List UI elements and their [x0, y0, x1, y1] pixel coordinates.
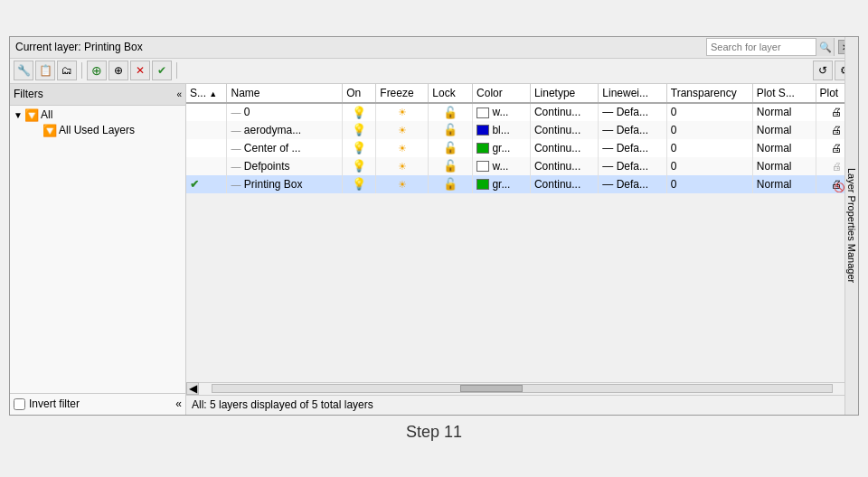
sun-icon[interactable]: ☀ — [398, 179, 407, 190]
lock-icon[interactable]: 🔓 — [443, 106, 458, 119]
invert-filter-checkbox[interactable] — [14, 398, 25, 410]
print-icon[interactable]: 🖨 — [831, 142, 842, 154]
no-print-icon[interactable]: 🖨🚫 — [831, 178, 842, 191]
cell-freeze[interactable]: ☀ — [376, 139, 429, 157]
cell-freeze[interactable]: ☀ — [376, 121, 429, 139]
cell-transparency: 0 — [666, 157, 752, 175]
new-layer-vp-button[interactable]: ⊕ — [108, 61, 128, 80]
cell-color[interactable]: bl... — [473, 121, 531, 139]
filter-icon-2: 🔽 — [42, 124, 57, 137]
lock-icon[interactable]: 🔓 — [443, 123, 458, 136]
col-transparency[interactable]: Transparency — [666, 84, 752, 103]
tree-item-all-used[interactable]: 🔽 All Used Layers — [12, 123, 184, 138]
sidebar-collapse-button[interactable]: « — [176, 89, 182, 99]
layer-state-manager-button[interactable]: 🔧 — [14, 61, 33, 80]
cell-lineweight: — Defa... — [599, 175, 666, 193]
cell-on[interactable]: 💡 — [343, 103, 376, 121]
new-properties-filter-button[interactable]: 📋 — [35, 61, 55, 80]
col-on[interactable]: On — [343, 84, 376, 103]
sun-icon[interactable]: ☀ — [398, 143, 407, 154]
expand-icon: ▼ — [14, 110, 23, 120]
lock-icon[interactable]: 🔓 — [443, 141, 458, 154]
cell-lock[interactable]: 🔓 — [429, 175, 473, 193]
cell-color[interactable]: gr... — [473, 175, 531, 193]
new-layer-button[interactable]: ⊕ — [87, 61, 107, 80]
lock-icon[interactable]: 🔓 — [443, 159, 458, 173]
cell-lock[interactable]: 🔓 — [429, 121, 473, 139]
table-row[interactable]: — Defpoints💡☀🔓 w...Continu...— Defa...0N… — [186, 157, 858, 175]
cell-color[interactable]: w... — [473, 157, 531, 175]
cell-name: — Printing Box — [227, 175, 343, 193]
col-lineweight[interactable]: Linewei... — [599, 84, 666, 103]
col-color[interactable]: Color — [473, 84, 531, 103]
set-current-button[interactable]: ✔ — [152, 61, 172, 80]
search-input[interactable] — [707, 39, 816, 55]
cell-transparency: 0 — [666, 139, 752, 157]
separator-2 — [176, 62, 177, 79]
invert-filter-label: Invert filter — [29, 398, 80, 410]
cell-plot-style: Normal — [752, 175, 816, 193]
cell-on[interactable]: 💡 — [343, 121, 376, 139]
bulb-icon[interactable]: 💡 — [352, 123, 366, 136]
cell-lineweight: — Defa... — [599, 121, 666, 139]
tree-item-all-label: All — [41, 108, 52, 121]
search-box[interactable]: 🔍 — [706, 38, 835, 56]
cell-on[interactable]: 💡 — [343, 157, 376, 175]
sun-icon[interactable]: ☀ — [398, 161, 407, 172]
color-swatch — [476, 125, 489, 136]
bulb-icon[interactable]: 💡 — [352, 106, 366, 119]
bulb-icon[interactable]: 💡 — [352, 177, 366, 191]
color-swatch — [476, 161, 489, 172]
side-tab[interactable]: Layer Properties Manager — [844, 84, 858, 415]
new-group-filter-button[interactable]: 🗂 — [57, 61, 77, 80]
cell-name: — 0 — [227, 103, 343, 121]
cell-transparency: 0 — [666, 175, 752, 193]
separator-1 — [81, 62, 82, 79]
table-row[interactable]: — aerodyma...💡☀🔓 bl...Continu...— Defa..… — [186, 121, 858, 139]
scroll-left-button[interactable]: ◀ — [186, 382, 199, 395]
cell-name: — Center of ... — [227, 139, 343, 157]
layer-properties-window: Current layer: Printing Box 🔍 ✕ 🔧 📋 🗂 ⊕ … — [9, 36, 859, 416]
cell-lock[interactable]: 🔓 — [429, 139, 473, 157]
layers-table: S... ▲ Name On Freeze Lock Color Linetyp… — [186, 84, 858, 193]
refresh-button[interactable]: ↺ — [813, 61, 833, 80]
color-swatch — [476, 179, 489, 190]
cell-color[interactable]: w... — [473, 103, 531, 121]
cell-on[interactable]: 💡 — [343, 175, 376, 193]
horizontal-scrollbar[interactable]: ◀ ▶ — [186, 382, 858, 395]
cell-color[interactable]: gr... — [473, 139, 531, 157]
sidebar-footer-collapse[interactable]: « — [175, 398, 182, 410]
col-name[interactable]: Name — [227, 84, 343, 103]
cell-lock[interactable]: 🔓 — [429, 157, 473, 175]
col-status[interactable]: S... ▲ — [186, 84, 227, 103]
sun-icon[interactable]: ☀ — [398, 125, 407, 136]
col-lock[interactable]: Lock — [429, 84, 473, 103]
print-icon[interactable]: 🖨 — [831, 106, 842, 118]
lock-icon[interactable]: 🔓 — [443, 177, 458, 191]
cell-lock[interactable]: 🔓 — [429, 103, 473, 121]
layer-table[interactable]: S... ▲ Name On Freeze Lock Color Linetyp… — [186, 84, 858, 382]
step-label: Step 11 — [406, 423, 462, 442]
search-button[interactable]: 🔍 — [816, 38, 834, 56]
delete-layer-button[interactable]: ✕ — [130, 61, 150, 80]
cell-plot-style: Normal — [752, 139, 816, 157]
cell-on[interactable]: 💡 — [343, 139, 376, 157]
scroll-thumb[interactable] — [460, 385, 523, 392]
print-icon[interactable]: 🖨 — [831, 124, 842, 136]
cell-freeze[interactable]: ☀ — [376, 157, 429, 175]
table-row[interactable]: — Center of ...💡☀🔓 gr...Continu...— Defa… — [186, 139, 858, 157]
table-row[interactable]: ✔— Printing Box💡☀🔓 gr...Continu...— Defa… — [186, 175, 858, 193]
table-row[interactable]: — 0💡☀🔓 w...Continu...— Defa...0Normal🖨 — [186, 103, 858, 121]
scroll-track[interactable] — [212, 384, 833, 393]
sun-icon[interactable]: ☀ — [398, 107, 407, 117]
col-freeze[interactable]: Freeze — [376, 84, 429, 103]
cell-transparency: 0 — [666, 103, 752, 121]
bulb-icon[interactable]: 💡 — [352, 159, 366, 173]
bulb-icon[interactable]: 💡 — [352, 141, 366, 154]
cell-freeze[interactable]: ☀ — [376, 103, 429, 121]
cell-freeze[interactable]: ☀ — [376, 175, 429, 193]
cell-lineweight: — Defa... — [599, 139, 666, 157]
tree-item-all[interactable]: ▼ 🔽 All — [12, 108, 184, 123]
col-linetype[interactable]: Linetype — [530, 84, 598, 103]
col-plot-style[interactable]: Plot S... — [752, 84, 816, 103]
